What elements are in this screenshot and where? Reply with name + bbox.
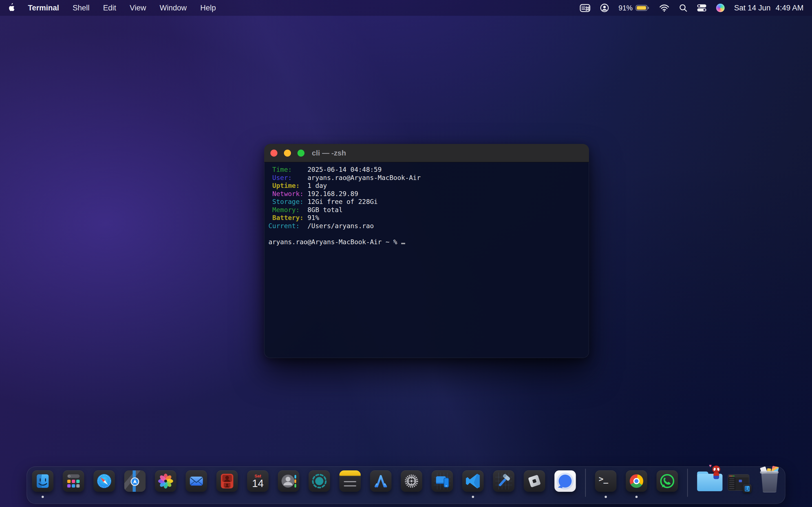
running-indicator: [636, 496, 638, 498]
terminal-content[interactable]: Time:2025-06-14 04:48:59 User:aryans.rao…: [264, 162, 589, 246]
terminal-app-icon: >_: [595, 470, 617, 492]
keyboard-command-icon[interactable]: [580, 4, 591, 12]
dock-calendar-icon[interactable]: Sat14: [247, 470, 269, 492]
spotlight-search-icon[interactable]: [679, 4, 688, 12]
minimized-finder-window: [728, 470, 749, 492]
desktop: Terminal ShellEditViewWindowHelp: [0, 0, 812, 507]
close-button[interactable]: [270, 150, 277, 157]
dock-simulator-icon[interactable]: [432, 470, 453, 492]
trash-icon: [759, 470, 780, 492]
line-label: Battery:: [268, 214, 307, 222]
dock-minimized-finder-window[interactable]: [728, 470, 749, 492]
terminal-line: Storage:12Gi free of 228Gi: [268, 198, 589, 206]
dock-notes-icon[interactable]: [340, 470, 361, 492]
whatsapp-icon: [657, 470, 678, 492]
dock-photo-booth-icon[interactable]: [216, 470, 238, 492]
dock-finder-icon[interactable]: [32, 470, 54, 492]
dock-trash-icon[interactable]: [759, 470, 780, 492]
menu-bar-status: 91%: [580, 3, 812, 12]
terminal-line: User:aryans.rao@Aryans-MacBook-Air: [268, 174, 589, 182]
dock-safari-icon[interactable]: [94, 470, 115, 492]
app-store-icon: [370, 470, 392, 492]
line-label: Memory:: [268, 206, 307, 214]
teal-ring-app-icon: [309, 470, 330, 492]
menu-edit[interactable]: Edit: [103, 4, 116, 12]
apple-icon[interactable]: [7, 3, 14, 13]
line-value: 192.168.29.89: [307, 190, 358, 198]
menu-window[interactable]: Window: [160, 4, 187, 12]
menu-shell[interactable]: Shell: [73, 4, 90, 12]
running-indicator: [605, 496, 607, 498]
dock-vscode-icon[interactable]: [462, 470, 484, 492]
terminal-output: Time:2025-06-14 04:48:59 User:aryans.rao…: [268, 166, 589, 230]
terminal-line: Time:2025-06-14 04:48:59: [268, 166, 589, 174]
dock-photos-icon[interactable]: [155, 470, 176, 492]
system-settings-icon: [401, 470, 422, 492]
dock-maps-icon[interactable]: [124, 470, 146, 492]
photos-icon: [155, 470, 176, 492]
safari-icon: [94, 470, 115, 492]
launchpad-icon: [63, 470, 84, 492]
line-label: Uptime:: [268, 182, 307, 190]
user-account-icon[interactable]: [600, 3, 609, 12]
terminal-cursor: [401, 243, 405, 244]
google-messages-icon: [555, 470, 576, 492]
contacts-icon: [278, 470, 299, 492]
dock-divider: [585, 469, 586, 497]
maps-icon: [124, 470, 146, 492]
line-value: 12Gi free of 228Gi: [307, 198, 377, 205]
line-value: 1 day: [307, 182, 327, 189]
terminal-window: cli — -zsh Time:2025-06-14 04:48:59 User…: [264, 144, 589, 358]
terminal-line: Memory:8GB total: [268, 206, 589, 214]
minimize-button[interactable]: [284, 150, 291, 157]
dock-teal-ring-app-icon[interactable]: [309, 470, 330, 492]
dock-google-messages-icon[interactable]: [555, 470, 576, 492]
menu-help[interactable]: Help: [200, 4, 216, 12]
simulator-icon: [432, 470, 453, 492]
line-value: 8GB total: [307, 206, 343, 214]
dock-whatsapp-icon[interactable]: [657, 470, 678, 492]
notes-icon: [340, 470, 361, 492]
menubar-date: Sat 14 Jun: [734, 4, 770, 12]
dock: Sat14>_♥: [27, 466, 785, 504]
dock-divider: [688, 469, 688, 497]
prompt-line: aryans.rao@Aryans-MacBook-Air ~ %: [268, 238, 589, 246]
dock-contacts-icon[interactable]: [278, 470, 299, 492]
siri-icon[interactable]: [716, 4, 725, 12]
running-indicator: [42, 496, 44, 498]
terminal-line: Battery:91%: [268, 214, 589, 222]
dock-roblox-icon[interactable]: [524, 470, 545, 492]
line-value: /Users/aryans.rao: [307, 222, 373, 230]
battery-icon: [636, 4, 650, 11]
line-label: Storage:: [268, 198, 307, 206]
dock-launchpad-icon[interactable]: [63, 470, 84, 492]
window-titlebar[interactable]: cli — -zsh: [264, 144, 589, 162]
dock-downloads-folder-icon[interactable]: ♥: [697, 470, 719, 492]
dock-app-store-icon[interactable]: [370, 470, 392, 492]
line-label: Time:: [268, 166, 307, 174]
terminal-line: Current:/Users/aryans.rao: [268, 222, 589, 230]
menu-app-name[interactable]: Terminal: [28, 4, 59, 12]
line-label: Network:: [268, 190, 307, 198]
menu-bar: Terminal ShellEditViewWindowHelp: [0, 0, 812, 16]
line-value: 2025-06-14 04:48:59: [307, 166, 382, 173]
wifi-icon[interactable]: [659, 4, 669, 12]
finder-icon: [32, 470, 54, 492]
battery-percent: 91%: [619, 4, 633, 12]
photo-booth-icon: [216, 470, 238, 492]
line-label: Current:: [268, 222, 307, 230]
line-value: 91%: [307, 214, 319, 221]
mail-icon: [186, 470, 207, 492]
dock-terminal-app-icon[interactable]: >_: [595, 470, 617, 492]
dock-chrome-icon[interactable]: [626, 470, 647, 492]
menu-view[interactable]: View: [130, 4, 146, 12]
menubar-datetime[interactable]: Sat 14 Jun 4:49 AM: [734, 4, 804, 12]
dock-mail-icon[interactable]: [186, 470, 207, 492]
battery-indicator[interactable]: 91%: [619, 4, 650, 12]
window-title: cli — -zsh: [312, 149, 346, 158]
dock-xcode-icon[interactable]: [493, 470, 515, 492]
dock-system-settings-icon[interactable]: [401, 470, 422, 492]
zoom-button[interactable]: [297, 150, 305, 157]
control-center-icon[interactable]: [697, 4, 707, 12]
vscode-icon: [462, 470, 484, 492]
